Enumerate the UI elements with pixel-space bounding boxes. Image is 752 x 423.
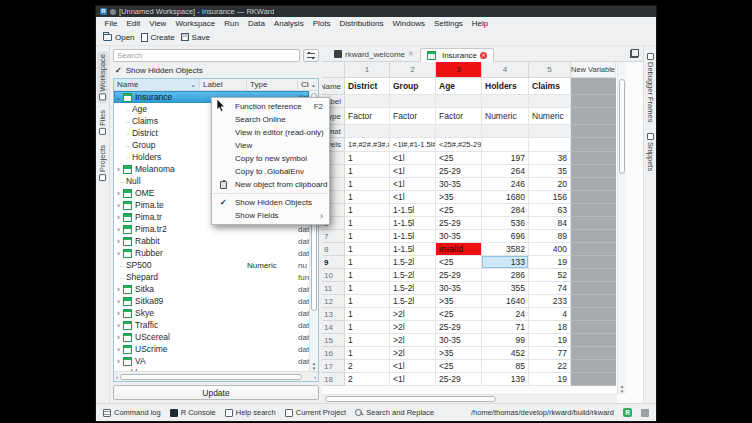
new-variable-cell[interactable] — [571, 152, 616, 165]
tree-scroll-up[interactable] — [309, 79, 318, 90]
data-cell[interactable]: 74 — [529, 282, 571, 295]
data-cell[interactable]: >35 — [436, 295, 482, 308]
menu-windows[interactable]: Windows — [388, 19, 429, 28]
data-cell[interactable]: 233 — [529, 295, 571, 308]
data-cell[interactable]: <1l — [390, 178, 436, 191]
tree-row-skye[interactable]: Skyedat — [114, 307, 309, 319]
new-variable-cell[interactable] — [571, 347, 616, 360]
data-cell[interactable]: 25-29 — [436, 321, 482, 334]
data-cell[interactable]: 1-1.5l — [390, 230, 436, 243]
expand-arrow-icon[interactable] — [114, 308, 123, 318]
meta-cell[interactable] — [482, 125, 529, 138]
scrollbar-buttons[interactable]: ▲▼ — [618, 384, 626, 394]
data-cell[interactable]: 25-29 — [436, 373, 482, 386]
tree-row-sitka89[interactable]: Sitka89dat — [114, 295, 309, 307]
data-cell[interactable]: 1 — [345, 282, 390, 295]
tree-row-uscrime[interactable]: UScrimedat — [114, 343, 309, 355]
menu-item-new-object-from-clipboard[interactable]: New object from clipboard — [212, 178, 329, 191]
data-cell[interactable]: 25-29 — [436, 165, 482, 178]
meta-cell[interactable]: Age — [436, 78, 482, 95]
data-cell[interactable]: 85 — [482, 360, 529, 373]
meta-cell[interactable]: Holders — [482, 78, 529, 95]
tree-row-rabbit[interactable]: Rabbitdat — [114, 235, 309, 247]
new-variable-cell[interactable] — [571, 334, 616, 347]
meta-cell[interactable] — [436, 125, 482, 138]
data-cell[interactable]: >35 — [436, 191, 482, 204]
expand-arrow-icon[interactable] — [114, 332, 123, 342]
data-cell[interactable]: 84 — [529, 217, 571, 230]
data-cell[interactable]: 1 — [345, 178, 390, 191]
new-variable-cell[interactable] — [571, 165, 616, 178]
new-variable-cell[interactable] — [571, 295, 616, 308]
show-hidden-checkbox[interactable]: Show Hidden Objects — [112, 64, 320, 76]
titlebar[interactable]: R [Unnamed Workspace] - Insurance — RKWa… — [96, 6, 656, 17]
statusbar-help-search[interactable]: Help search — [225, 408, 276, 417]
data-cell[interactable]: 1 — [345, 256, 390, 269]
tree-horizontal-scrollbar[interactable]: ‹ › — [114, 371, 318, 381]
row-header-10[interactable]: 10 — [322, 269, 345, 282]
new-variable-cell[interactable] — [571, 178, 616, 191]
data-cell[interactable]: 4 — [529, 308, 571, 321]
menu-plots[interactable]: Plots — [308, 19, 335, 28]
column-header-label[interactable]: Label — [200, 79, 247, 90]
row-header-18[interactable]: 18 — [322, 373, 345, 386]
row-header-16[interactable]: 16 — [322, 347, 345, 360]
menu-data[interactable]: Data — [243, 19, 269, 28]
tree-row-abbey[interactable]: –abbeyNumericnu — [114, 367, 309, 371]
data-cell[interactable]: 452 — [482, 347, 529, 360]
data-cell[interactable]: 71 — [482, 321, 529, 334]
meta-cell[interactable]: Claims — [529, 78, 571, 95]
close-tab-icon[interactable]: ✕ — [408, 50, 414, 58]
data-cell[interactable]: <25 — [436, 152, 482, 165]
menu-run[interactable]: Run — [220, 19, 244, 28]
statusbar-current-project[interactable]: Current Project — [285, 408, 346, 417]
expand-arrow-icon[interactable] — [114, 284, 123, 294]
new-variable-cell[interactable] — [571, 125, 616, 138]
new-variable-cell[interactable] — [571, 308, 616, 321]
data-cell[interactable]: 1 — [345, 152, 390, 165]
expand-arrow-icon[interactable] — [114, 236, 123, 246]
dock-tab-projects[interactable]: Projects — [97, 142, 108, 184]
meta-cell[interactable]: 1#,#2#,#3#,#4 — [345, 138, 390, 152]
expand-arrow-icon[interactable] — [114, 224, 123, 234]
data-cell[interactable]: 2 — [345, 373, 390, 386]
menu-workspace[interactable]: Workspace — [171, 19, 220, 28]
data-cell[interactable]: 77 — [529, 347, 571, 360]
row-header-15[interactable]: 15 — [322, 334, 345, 347]
row-header-17[interactable]: 17 — [322, 360, 345, 373]
meta-cell[interactable]: <25#,#25-29#... — [436, 138, 482, 152]
data-cell[interactable]: 1.5-2l — [390, 282, 436, 295]
meta-cell[interactable]: District — [345, 78, 390, 95]
data-cell[interactable]: 1.5-2l — [390, 295, 436, 308]
data-cell[interactable]: 1 — [345, 334, 390, 347]
scrollbar-handle[interactable] — [120, 374, 302, 380]
new-variable-cell[interactable] — [571, 373, 616, 386]
menu-item-search-online[interactable]: Search Online — [212, 113, 329, 126]
data-cell[interactable]: 1.5-2l — [390, 256, 436, 269]
data-cell[interactable]: >2l — [390, 308, 436, 321]
new-variable-cell[interactable] — [571, 256, 616, 269]
new-variable-cell[interactable] — [571, 78, 616, 95]
scrollbar-handle[interactable] — [325, 396, 496, 402]
menu-settings[interactable]: Settings — [429, 19, 467, 28]
data-cell[interactable]: 1-1.5l — [390, 204, 436, 217]
data-cell[interactable]: <1l — [390, 191, 436, 204]
data-cell[interactable]: 264 — [482, 165, 529, 178]
menu-item-copy-to-globalenv[interactable]: Copy to .GlobalEnv — [212, 165, 329, 178]
new-variable-cell[interactable] — [571, 138, 616, 152]
meta-cell[interactable] — [482, 138, 529, 152]
save-button[interactable]: Save — [181, 33, 210, 42]
row-header-9[interactable]: 9 — [322, 256, 345, 269]
menu-item-function-reference[interactable]: Function referenceF2 — [212, 100, 329, 113]
data-cell[interactable]: 696 — [482, 230, 529, 243]
scroll-left-arrow[interactable]: ‹ — [116, 374, 118, 380]
row-header-name[interactable]: Name — [322, 78, 345, 95]
data-cell[interactable]: 52 — [529, 269, 571, 282]
data-cell[interactable]: 30-35 — [436, 178, 482, 191]
data-cell[interactable]: 99 — [482, 334, 529, 347]
update-button[interactable]: Update — [113, 385, 319, 400]
meta-cell[interactable]: Numeric — [529, 108, 571, 125]
data-cell[interactable]: 1 — [345, 308, 390, 321]
collapse-arrow-icon[interactable] — [114, 92, 123, 102]
tree-row-traffic[interactable]: Trafficdat — [114, 319, 309, 331]
